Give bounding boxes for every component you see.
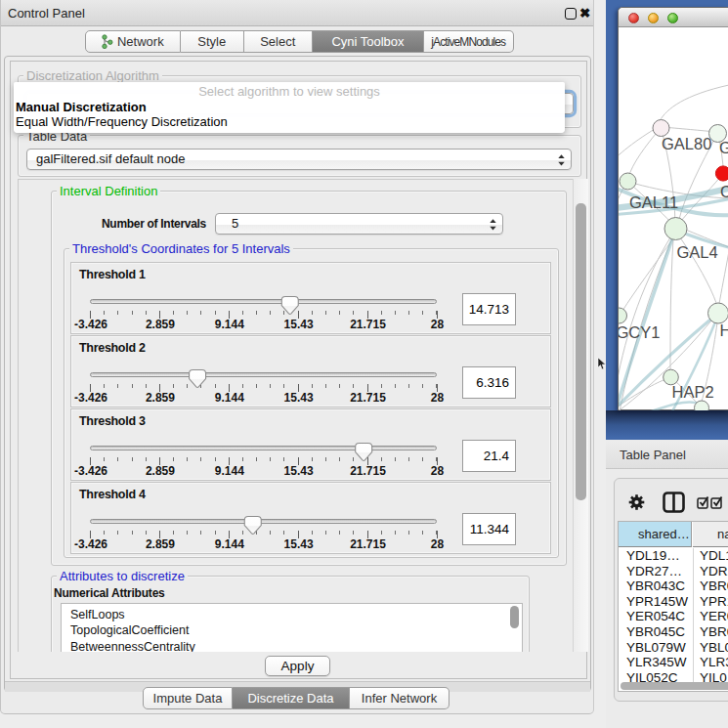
svg-text:GAL: GAL — [719, 139, 728, 156]
svg-text:C: C — [720, 183, 728, 200]
svg-text:HIS: HIS — [720, 321, 728, 339]
svg-text:GAL4: GAL4 — [677, 243, 718, 261]
svg-text:GAL11: GAL11 — [629, 193, 678, 211]
svg-text:GAL80: GAL80 — [662, 135, 711, 152]
svg-text:HAP2: HAP2 — [672, 383, 714, 401]
svg-text:GCY1: GCY1 — [619, 323, 660, 341]
